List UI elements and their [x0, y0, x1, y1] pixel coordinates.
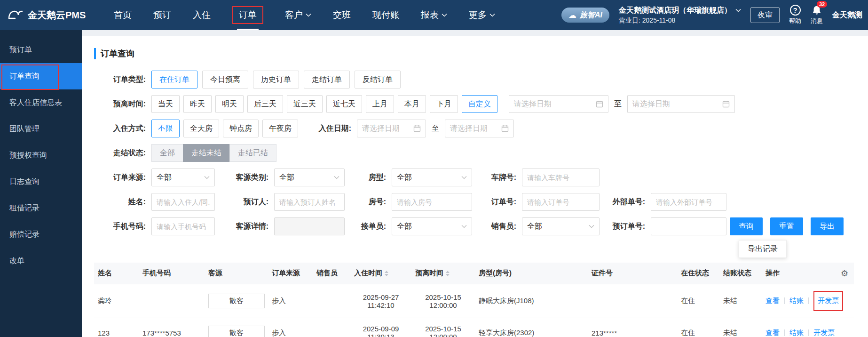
nav-item-checkin[interactable]: 入住: [193, 0, 211, 30]
order-number-input[interactable]: [522, 193, 600, 211]
nav-item-orders[interactable]: 订单: [232, 0, 263, 30]
depart-time-option[interactable]: 近三天: [287, 95, 323, 113]
invoice-link[interactable]: 开发票: [818, 297, 839, 305]
nav-item-reports[interactable]: 报表: [421, 0, 447, 30]
view-link[interactable]: 查看: [765, 329, 780, 337]
top-navbar: 金天鹅云PMS 首页 预订 入住 订单 客户 交班 现付账 报表 更多 ☁ 旅智…: [0, 0, 868, 30]
cell-actions: 查看结账开发票: [762, 318, 837, 337]
nav-item-customers[interactable]: 客户: [285, 0, 311, 30]
invoice-link[interactable]: 开发票: [813, 329, 835, 337]
search-button[interactable]: 查询: [730, 217, 763, 235]
nav-label: 订单: [239, 9, 257, 21]
cell-sales: [313, 318, 350, 337]
depart-time-option[interactable]: 近七天: [326, 95, 362, 113]
depart-date-end-input[interactable]: 请选择日期: [627, 95, 735, 113]
settle-link[interactable]: 结账: [789, 297, 804, 305]
depart-time-option[interactable]: 后三天: [247, 95, 283, 113]
booker-name-input[interactable]: [274, 193, 345, 211]
checkin-mode-option[interactable]: 全天房: [183, 120, 219, 137]
depart-time-option[interactable]: 本月: [398, 95, 426, 113]
booking-number-input[interactable]: [651, 217, 726, 235]
depart-time-option[interactable]: 上月: [366, 95, 394, 113]
nav-item-home[interactable]: 首页: [114, 0, 132, 30]
ai-assistant-badge[interactable]: ☁ 旅智AI: [561, 8, 609, 23]
receiver-select[interactable]: 全部: [392, 217, 472, 235]
phone-number-input[interactable]: [151, 217, 215, 235]
order-type-option[interactable]: 历史订单: [253, 71, 299, 88]
depart-date-start-input[interactable]: 请选择日期: [509, 95, 608, 113]
sidebar-item-group-management[interactable]: 团队管理: [0, 116, 82, 142]
order-source-select[interactable]: 全部: [151, 168, 215, 186]
depart-time-option-custom[interactable]: 自定义: [462, 95, 497, 113]
checkin-date-start-input[interactable]: 请选择日期: [357, 120, 426, 137]
settings-gear-icon[interactable]: ⚙: [841, 268, 848, 278]
select-value: 全部: [527, 222, 542, 232]
filter-label: 房型:: [345, 173, 392, 183]
nav-item-shift[interactable]: 交班: [333, 0, 351, 30]
order-type-option[interactable]: 今日预离: [202, 71, 248, 88]
night-audit-button[interactable]: 夜审: [750, 7, 780, 23]
sidebar-item-rental-records[interactable]: 租借记录: [0, 195, 82, 221]
external-order-number-input[interactable]: [651, 193, 726, 211]
guest-name-input[interactable]: [151, 193, 215, 211]
user-account[interactable]: 金天鹅测: [832, 10, 863, 20]
checkin-mode-option[interactable]: 午夜房: [262, 120, 298, 137]
cell-stay-status: 在住: [677, 318, 719, 337]
hotel-selector[interactable]: 金天鹅测试酒店玥（华瑞旗舰店） 营业日: 2025-11-08: [619, 6, 741, 25]
cell-phone: [139, 284, 205, 318]
sidebar-item-label: 租借记录: [9, 203, 39, 213]
sidebar-item-change-order[interactable]: 改单: [0, 248, 82, 274]
cloud-icon: ☁: [568, 10, 576, 20]
sales-select[interactable]: 全部: [522, 217, 600, 235]
plate-number-input[interactable]: [522, 168, 600, 186]
filter-label: 订单来源:: [94, 173, 151, 183]
settle-status-option[interactable]: 走结未结: [183, 144, 230, 162]
sidebar-item-guest-info[interactable]: 客人住店信息表: [0, 89, 82, 116]
view-link[interactable]: 查看: [765, 297, 780, 305]
sidebar-item-compensation-records[interactable]: 赔偿记录: [0, 221, 82, 248]
order-type-option[interactable]: 走结订单: [304, 71, 350, 88]
depart-time-option[interactable]: 明天: [215, 95, 244, 113]
room-number-input[interactable]: [392, 193, 472, 211]
depart-time-option[interactable]: 当天: [151, 95, 180, 113]
help-button[interactable]: ? 帮助: [789, 5, 801, 25]
reset-button[interactable]: 重置: [770, 217, 803, 235]
order-type-option[interactable]: 在住订单: [151, 71, 197, 88]
cell-sales: [313, 284, 350, 318]
depart-time-option[interactable]: 昨天: [183, 95, 212, 113]
nav-label: 交班: [333, 9, 351, 21]
nav-item-cash-account[interactable]: 现付账: [372, 0, 399, 30]
sidebar-item-reservations[interactable]: 预订单: [0, 37, 82, 63]
order-type-option[interactable]: 反结订单: [355, 71, 401, 88]
settle-status-option[interactable]: 走结已结: [229, 144, 276, 162]
checkin-mode-option[interactable]: 钟点房: [223, 120, 259, 137]
checkin-mode-option[interactable]: 不限: [151, 120, 180, 137]
export-records-button[interactable]: 导出记录: [739, 240, 787, 258]
guest-category-select[interactable]: 全部: [274, 168, 345, 186]
date-placeholder: 请选择日期: [514, 99, 552, 109]
app-logo[interactable]: 金天鹅云PMS: [8, 9, 100, 22]
sidebar-item-order-query[interactable]: 订单查询: [0, 63, 82, 89]
checkin-date-end-input[interactable]: 请选择日期: [445, 120, 514, 137]
export-button[interactable]: 导出: [811, 217, 844, 235]
sidebar-item-log-query[interactable]: 日志查询: [0, 168, 82, 195]
sort-icon[interactable]: [385, 271, 388, 276]
col-header-room: 房型(房号): [475, 263, 588, 284]
nav-item-booking[interactable]: 预订: [153, 0, 171, 30]
guest-source-tag: 散客: [208, 294, 265, 308]
sidebar-item-preauth-query[interactable]: 预授权查询: [0, 142, 82, 168]
top-gap: [82, 30, 868, 36]
filter-label: 房号:: [345, 197, 392, 207]
message-count-badge: 32: [817, 1, 827, 8]
settle-status-option[interactable]: 全部: [151, 144, 183, 162]
messages-button[interactable]: 32 消息: [811, 5, 823, 25]
date-placeholder: 请选择日期: [362, 124, 400, 134]
sort-icon[interactable]: [446, 271, 450, 276]
table-header-row: 姓名 手机号码 客源 订单来源 销售员 入住时间 预离时间 房型(房号) 证件号: [94, 263, 854, 284]
settle-link[interactable]: 结账: [789, 329, 804, 337]
room-type-select[interactable]: 全部: [392, 168, 472, 186]
chevron-down-icon: [461, 176, 467, 179]
depart-time-option[interactable]: 下月: [430, 95, 458, 113]
nav-item-more[interactable]: 更多: [469, 0, 495, 30]
cell-actions: 查看结账开发票: [762, 284, 837, 318]
